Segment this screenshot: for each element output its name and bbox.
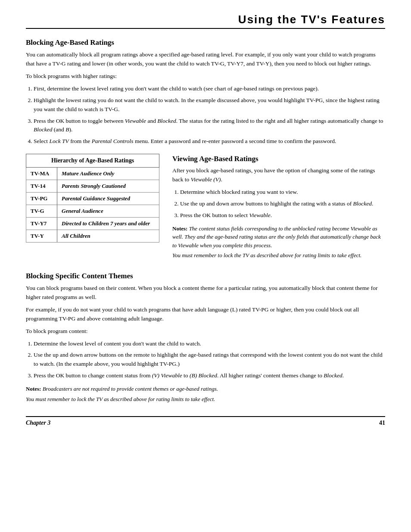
page-title: Using the TV's Features xyxy=(238,13,385,26)
page-footer: Chapter 3 41 xyxy=(26,416,385,426)
section1-heading: Blocking Age-Based Ratings xyxy=(26,38,385,47)
rating-desc: General Audience xyxy=(57,205,159,218)
section2-steps: Determine which blocked rating you want … xyxy=(180,188,385,220)
section2-heading: Viewing Age-Based Ratings xyxy=(172,155,385,163)
section2-intro: After you block age-based ratings, you h… xyxy=(172,166,385,184)
section3-steps: Determine the lowest level of content yo… xyxy=(34,339,385,381)
section1-step3: Press the OK button to toggle between Vi… xyxy=(34,117,385,135)
section2-step2: Use the up and down arrow buttons to hig… xyxy=(180,199,385,208)
notes-label: Notes: xyxy=(172,225,187,232)
section2-note1: Notes: The content status fields corresp… xyxy=(172,224,385,250)
table-row: TV-Y7 Directed to Children 7 years and o… xyxy=(26,218,159,230)
section3-heading: Blocking Specific Content Themes xyxy=(26,272,385,280)
section3-step2: Use the up and down arrow buttons on the… xyxy=(34,351,385,369)
section2-step3: Press the OK button to select Viewable. xyxy=(180,211,385,220)
rating-desc: Parental Guidance Suggested xyxy=(57,193,159,205)
section3: Blocking Specific Content Themes You can… xyxy=(26,272,385,403)
section1-step1: First, determine the lowest level rating… xyxy=(34,84,385,93)
rating-desc: All Children xyxy=(57,230,159,243)
two-column-section: Hierarchy of Age-Based Ratings TV-MA Mat… xyxy=(26,154,385,262)
section3-para2: For example, if you do not want your chi… xyxy=(26,305,385,324)
section3-para3: To block program content: xyxy=(26,327,385,336)
table-row: TV-MA Mature Audience Only xyxy=(26,168,159,180)
rating-desc: Mature Audience Only xyxy=(57,168,159,180)
section3-step1: Determine the lowest level of content yo… xyxy=(34,339,385,348)
section1-step2: Highlight the lowest rating you do not w… xyxy=(34,96,385,114)
table-header: Hierarchy of Age-Based Ratings xyxy=(26,154,159,168)
page-header: Using the TV's Features xyxy=(26,13,385,29)
section3-notes: Notes: Broadcasters are not required to … xyxy=(26,385,385,403)
section1-steps: First, determine the lowest level rating… xyxy=(34,84,385,146)
footer-page: 41 xyxy=(379,420,385,426)
notes-label2: Notes: xyxy=(26,386,41,392)
rating-code: TV-Y7 xyxy=(26,218,57,230)
section1-para1: You can automatically block all program … xyxy=(26,50,385,68)
table-row: TV-G General Audience xyxy=(26,205,159,218)
section2-notes: Notes: The content status fields corresp… xyxy=(172,224,385,260)
section2-step1: Determine which blocked rating you want … xyxy=(180,188,385,197)
table-column: Hierarchy of Age-Based Ratings TV-MA Mat… xyxy=(26,154,159,243)
ratings-table: Hierarchy of Age-Based Ratings TV-MA Mat… xyxy=(26,154,159,243)
rating-desc: Parents Strongly Cautioned xyxy=(57,180,159,193)
rating-desc: Directed to Children 7 years and older xyxy=(57,218,159,230)
section1-step4: Select Lock TV from the Parental Control… xyxy=(34,137,385,146)
table-row: TV-PG Parental Guidance Suggested xyxy=(26,193,159,205)
section1-para2: To block programs with higher ratings: xyxy=(26,72,385,81)
table-row: TV-Y All Children xyxy=(26,230,159,243)
table-row: TV-14 Parents Strongly Cautioned xyxy=(26,180,159,193)
section3-step3: Press the OK button to change content st… xyxy=(34,371,385,380)
rating-code: TV-G xyxy=(26,205,57,218)
rating-code: TV-14 xyxy=(26,180,57,193)
footer-chapter: Chapter 3 xyxy=(26,420,50,426)
rating-code: TV-MA xyxy=(26,168,57,180)
viewing-column: Viewing Age-Based Ratings After you bloc… xyxy=(172,154,385,262)
page: Using the TV's Features Blocking Age-Bas… xyxy=(0,0,411,532)
section3-note1: Notes: Broadcasters are not required to … xyxy=(26,385,385,393)
rating-code: TV-PG xyxy=(26,193,57,205)
rating-code: TV-Y xyxy=(26,230,57,243)
section2-note2: You must remember to lock the TV as desc… xyxy=(172,251,385,260)
section3-note2: You must remember to lock the TV as desc… xyxy=(26,395,385,404)
section3-para1: You can block programs based on their co… xyxy=(26,284,385,302)
